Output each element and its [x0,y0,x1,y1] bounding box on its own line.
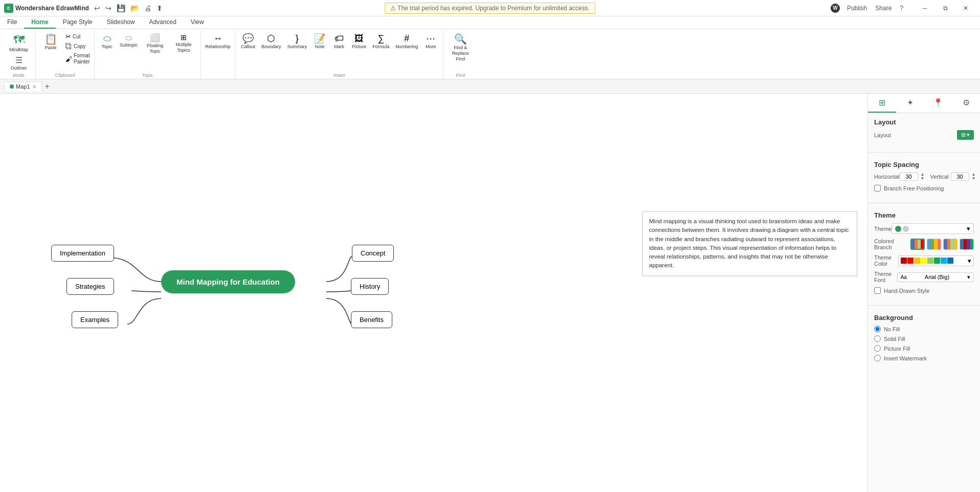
more-button[interactable]: ⋯ More [421,32,440,51]
tab-map1[interactable]: Map1 ✕ [4,81,42,91]
no-fill-row: No Fill [874,326,974,332]
picture-button[interactable]: 🖼 Picture [349,32,369,51]
branch-examples[interactable]: Examples [72,311,118,328]
subtopic-button[interactable]: ⬭ Subtopic [117,32,140,50]
branch-history[interactable]: History [351,278,389,295]
font-selector-button[interactable]: Aa Arial (Big) ▾ [897,272,974,282]
no-fill-label[interactable]: No Fill [884,326,900,332]
tab-page-style[interactable]: Page Style [56,16,100,29]
theme-color-picker-button[interactable]: ▾ [898,255,974,266]
picture-fill-radio[interactable] [874,345,881,352]
cb-option-1[interactable] [910,239,925,250]
insert-watermark-label[interactable]: Insert Watermark [884,355,927,361]
mindmap-mode-button[interactable]: 🗺 MindMap [6,32,31,53]
publish-button[interactable]: Publish [844,4,870,13]
tab-slideshow[interactable]: Slideshow [100,16,142,29]
tab-close-button[interactable]: ✕ [32,84,36,90]
tab-advanced[interactable]: Advanced [142,16,183,29]
branch-free-label[interactable]: Branch Free Positioning [884,185,944,191]
layout-picker-button[interactable]: ⊞ ▾ [957,130,974,140]
relationship-button[interactable]: ↔ Relationship [204,32,232,51]
numbering-button[interactable]: # Numbering [393,32,420,51]
panel-layout-icon-btn[interactable]: ⊞ [868,94,896,113]
canvas-area[interactable]: Mind Mapping for Education Implementatio… [0,94,867,492]
note-icon: 📝 [314,34,325,43]
multiple-topics-button[interactable]: ⊞ Multiple Topics [170,32,197,55]
share-button[interactable]: Share [872,4,895,13]
cb-option-4[interactable] [960,239,974,250]
undo-button[interactable]: ↩ [92,3,102,13]
tab-bar: Map1 ✕ + [0,79,980,94]
panel-location-icon-btn[interactable]: 📍 [924,94,952,113]
branch-strategies[interactable]: Strategies [66,278,114,295]
font-arrow: ▾ [967,274,970,281]
theme-font-row: Theme Font Aa Arial (Big) ▾ [874,271,974,283]
cut-button[interactable]: ✂ Cut [63,32,91,41]
outliner-mode-button[interactable]: ☰ Outliner [6,54,31,72]
print-button[interactable]: 🖨 [142,3,153,13]
ribbon-group-topic: ⬭ Topic ⬭ Subtopic ⬜ Floating Topic ⊞ Mu… [95,30,201,79]
vertical-input[interactable] [951,173,969,181]
note-button[interactable]: 📝 Note [310,32,329,51]
formula-button[interactable]: ∑ Formula [370,32,392,51]
layout-control: ⊞ ▾ [957,130,974,140]
ribbon-group-find: 🔍 Find & Replace Find Find [443,30,477,79]
main-area: Mind Mapping for Education Implementatio… [0,94,980,492]
callout-icon: 💬 [242,34,254,43]
topic-label: Topic [102,44,113,50]
horizontal-down-arrow[interactable]: ▼ [920,177,925,181]
minimize-button[interactable]: ─ [915,1,935,15]
mark-button[interactable]: 🏷 Mark [330,32,348,51]
tab-file[interactable]: File [0,16,24,29]
colored-branch-options [910,239,974,250]
panel-settings-icon-btn[interactable]: ⚙ [952,94,980,113]
tab-home[interactable]: Home [24,16,55,29]
find-replace-button[interactable]: 🔍 Find & Replace Find [447,32,474,63]
solid-fill-radio[interactable] [874,335,881,342]
panel-magic-icon-btn[interactable]: ✦ [896,94,924,113]
font-value: Arial (Big) [925,274,949,280]
summary-button[interactable]: } Summary [285,32,310,51]
cb-option-3[interactable] [943,239,957,250]
color-picker-arrow: ▾ [968,257,971,265]
user-badge[interactable]: W [831,4,840,13]
help-button[interactable]: ? [897,4,906,13]
center-node[interactable]: Mind Mapping for Education [161,270,295,293]
hand-drawn-row: Hand-Drawn Style [874,287,974,294]
topic-button[interactable]: ⬭ Topic [98,32,116,51]
mindmap-icon: 🗺 [13,33,25,47]
vertical-down-arrow[interactable]: ▼ [971,177,976,181]
horizontal-input[interactable] [900,173,918,181]
copy-button[interactable]: ⿻ Copy [63,42,91,51]
theme-dropdown-button[interactable]: ▾ [892,223,974,234]
save-button[interactable]: 💾 [115,3,127,13]
branch-benefits[interactable]: Benefits [351,311,392,328]
paste-button[interactable]: 📋 Paste [39,32,62,52]
hand-drawn-label[interactable]: Hand-Drawn Style [884,288,929,294]
colored-branch-row: Colored Branch [874,238,974,250]
open-button[interactable]: 📂 [128,3,141,13]
swatch-2 [907,258,914,264]
cb-option-2[interactable] [927,239,941,250]
insert-watermark-radio[interactable] [874,355,881,361]
branch-concept[interactable]: Concept [352,245,394,262]
tab-add-button[interactable]: + [43,82,52,91]
trial-message[interactable]: ⚠ The trial period has expired. Upgrade … [385,3,595,14]
theme-section: Theme Theme ▾ Colored Branch [868,206,980,302]
restore-button[interactable]: ⧉ [935,1,955,15]
tab-view[interactable]: View [184,16,211,29]
no-fill-radio[interactable] [874,326,881,332]
callout-label: Callout [241,44,255,50]
branch-implementation[interactable]: Implementation [51,245,114,262]
close-button[interactable]: ✕ [955,1,976,15]
hand-drawn-checkbox[interactable] [874,287,881,294]
redo-button[interactable]: ↪ [103,3,114,13]
boundary-button[interactable]: ⬡ Boundary [259,32,284,51]
solid-fill-label[interactable]: Solid Fill [884,336,905,342]
floating-topic-button[interactable]: ⬜ Floating Topic [141,32,169,56]
format-painter-button[interactable]: 🖌 Format Painter [63,52,91,66]
callout-button[interactable]: 💬 Callout [238,32,258,51]
branch-free-checkbox[interactable] [874,185,881,191]
export-button[interactable]: ⬆ [154,3,165,13]
picture-fill-label[interactable]: Picture Fill [884,346,910,352]
